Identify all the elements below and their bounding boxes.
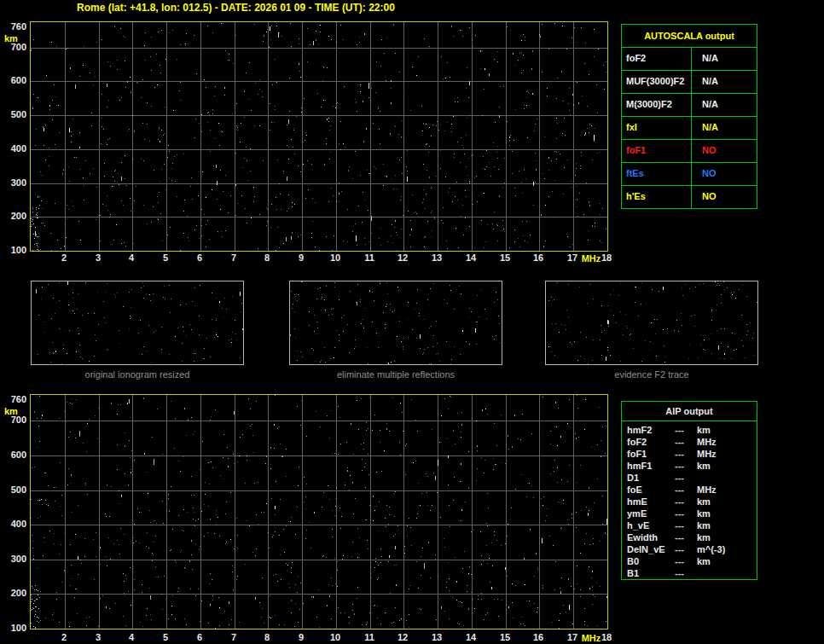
station-date-header: Rome (lat: +41.8, lon: 012.5) - DATE: 20… bbox=[77, 2, 395, 14]
aip-output-table: AIP output hmF2---kmfoF2---MHzfoF1---MHz… bbox=[621, 401, 757, 580]
aip-parameter-unit: km bbox=[697, 519, 757, 531]
y-axis-tick-label: 500 bbox=[3, 484, 26, 495]
y-axis-tick-label: 500 bbox=[3, 109, 26, 119]
x-axis-tick-label: 8 bbox=[254, 252, 280, 263]
aip-row-hve: h_vE---km bbox=[622, 519, 757, 531]
y-axis-tick-label: 400 bbox=[3, 519, 26, 529]
aip-row-delnve: DelN_vE---m^(-3) bbox=[622, 543, 757, 555]
aip-parameter-value: --- bbox=[675, 555, 697, 567]
x-axis-tick-label: 7 bbox=[221, 632, 247, 642]
autoscala-parameter-value: N/A bbox=[692, 94, 757, 116]
autoscala-parameter-name: M(3000)F2 bbox=[622, 94, 692, 116]
x-axis-tick-label: 3 bbox=[85, 632, 111, 642]
x-axis-tick-label: 10 bbox=[322, 632, 348, 642]
aip-parameter-value: --- bbox=[675, 424, 697, 436]
aip-parameter-name: foF1 bbox=[622, 448, 675, 460]
y-axis-tick-label: 300 bbox=[3, 177, 26, 188]
x-axis-unit-label: MHz bbox=[578, 633, 604, 643]
x-axis-tick-label: 7 bbox=[221, 252, 247, 263]
aip-row-hme: hmE---km bbox=[622, 496, 757, 508]
autoscala-row-fof2: foF2N/A bbox=[622, 48, 757, 71]
aip-parameter-name: D1 bbox=[622, 472, 675, 484]
thumbnail-original-canvas bbox=[32, 281, 243, 364]
aip-parameter-name: h_vE bbox=[622, 519, 675, 531]
y-axis-tick-label: 600 bbox=[3, 75, 26, 85]
autoscala-parameter-value: NO bbox=[692, 140, 757, 162]
aip-parameter-value: --- bbox=[675, 448, 697, 460]
autoscala-parameter-name: ftEs bbox=[622, 163, 692, 185]
autoscala-parameter-value: N/A bbox=[692, 117, 757, 139]
autoscala-output-table: AUTOSCALA output foF2N/AMUF(3000)F2N/AM(… bbox=[621, 24, 757, 209]
x-axis-tick-label: 5 bbox=[153, 632, 178, 642]
aip-row-fof2: foF2---MHz bbox=[622, 436, 757, 448]
aip-parameter-unit: MHz bbox=[697, 436, 757, 448]
aip-parameter-unit: km bbox=[697, 424, 757, 436]
x-axis-tick-label: 4 bbox=[119, 252, 144, 263]
y-axis-tick-label: 100 bbox=[3, 245, 26, 255]
autoscala-parameter-name: foF2 bbox=[622, 48, 692, 70]
y-axis-tick-label: 760 bbox=[3, 394, 26, 404]
aip-row-yme: ymE---km bbox=[622, 508, 757, 519]
aip-parameter-name: ymE bbox=[622, 508, 675, 519]
autoscala-table-header: AUTOSCALA output bbox=[622, 25, 757, 48]
autoscala-parameter-value: N/A bbox=[692, 71, 757, 93]
x-axis-tick-label: 16 bbox=[525, 252, 551, 263]
y-axis-tick-label: 300 bbox=[3, 554, 26, 564]
autoscala-window: Rome (lat: +41.8, lon: 012.5) - DATE: 20… bbox=[0, 0, 824, 644]
aip-parameter-unit: km bbox=[697, 531, 757, 543]
ionogram-canvas-top bbox=[31, 22, 607, 251]
aip-parameter-name: B0 bbox=[622, 555, 675, 567]
aip-parameter-unit: km bbox=[697, 555, 757, 567]
autoscala-row-ftes: ftEsNO bbox=[622, 163, 757, 186]
autoscala-row-fof1: foF1NO bbox=[622, 140, 757, 163]
aip-parameter-unit: m^(-3) bbox=[697, 543, 757, 555]
aip-row-hmf1: hmF1---km bbox=[622, 460, 757, 472]
aip-row-foe: foE---MHz bbox=[622, 484, 757, 496]
autoscala-parameter-value: N/A bbox=[692, 48, 757, 70]
aip-row-b0: B0---km bbox=[622, 555, 757, 567]
aip-row-ewidth: Ewidth---km bbox=[622, 531, 757, 543]
x-axis-tick-label: 9 bbox=[288, 632, 314, 642]
y-axis-tick-label: 100 bbox=[3, 623, 26, 633]
ionogram-plot-top bbox=[30, 21, 608, 252]
aip-table-header: AIP output bbox=[622, 402, 757, 421]
aip-parameter-value: --- bbox=[675, 496, 697, 508]
x-axis-tick-label: 10 bbox=[322, 252, 348, 263]
aip-parameter-value: --- bbox=[675, 436, 697, 448]
autoscala-row-hes: h'EsNO bbox=[622, 186, 757, 208]
x-axis-tick-label: 2 bbox=[51, 632, 77, 642]
ionogram-canvas-bottom bbox=[31, 395, 607, 629]
aip-table-body: hmF2---kmfoF2---MHzfoF1---MHzhmF1---kmD1… bbox=[622, 421, 757, 579]
aip-parameter-value: --- bbox=[675, 472, 697, 484]
autoscala-row-m3000f2: M(3000)F2N/A bbox=[622, 94, 757, 117]
aip-parameter-value: --- bbox=[675, 567, 697, 579]
y-axis-unit-label: km bbox=[4, 33, 28, 44]
aip-parameter-unit: km bbox=[697, 460, 757, 472]
thumbnail-f2-trace bbox=[545, 281, 758, 365]
x-axis-tick-label: 15 bbox=[492, 632, 518, 642]
thumbnail-reflections-canvas bbox=[290, 281, 502, 364]
aip-row-b1: B1--- bbox=[622, 567, 757, 579]
aip-parameter-value: --- bbox=[675, 508, 697, 519]
aip-row-fof1: foF1---MHz bbox=[622, 448, 757, 460]
aip-parameter-unit bbox=[697, 567, 757, 579]
y-axis-tick-label: 200 bbox=[3, 211, 26, 221]
ionogram-plot-bottom bbox=[30, 394, 608, 629]
aip-parameter-value: --- bbox=[675, 531, 697, 543]
thumbnail-caption-reflections: eliminate multiple reflections bbox=[289, 369, 502, 380]
aip-parameter-value: --- bbox=[675, 460, 697, 472]
x-axis-tick-label: 14 bbox=[458, 632, 484, 642]
x-axis-tick-label: 15 bbox=[492, 252, 518, 263]
x-axis-tick-label: 6 bbox=[187, 252, 212, 263]
autoscala-table-body: foF2N/AMUF(3000)F2N/AM(3000)F2N/AfxIN/Af… bbox=[622, 48, 757, 208]
aip-parameter-name: DelN_vE bbox=[622, 543, 675, 555]
aip-parameter-name: hmF2 bbox=[622, 424, 675, 436]
x-axis-tick-label: 6 bbox=[187, 632, 212, 642]
aip-parameter-unit bbox=[697, 472, 757, 484]
x-axis-tick-label: 14 bbox=[458, 252, 484, 263]
x-axis-tick-label: 13 bbox=[424, 632, 450, 642]
aip-parameter-unit: km bbox=[697, 496, 757, 508]
y-axis-tick-label: 600 bbox=[3, 450, 26, 460]
aip-parameter-name: B1 bbox=[622, 567, 675, 579]
autoscala-parameter-name: fxI bbox=[622, 117, 692, 139]
